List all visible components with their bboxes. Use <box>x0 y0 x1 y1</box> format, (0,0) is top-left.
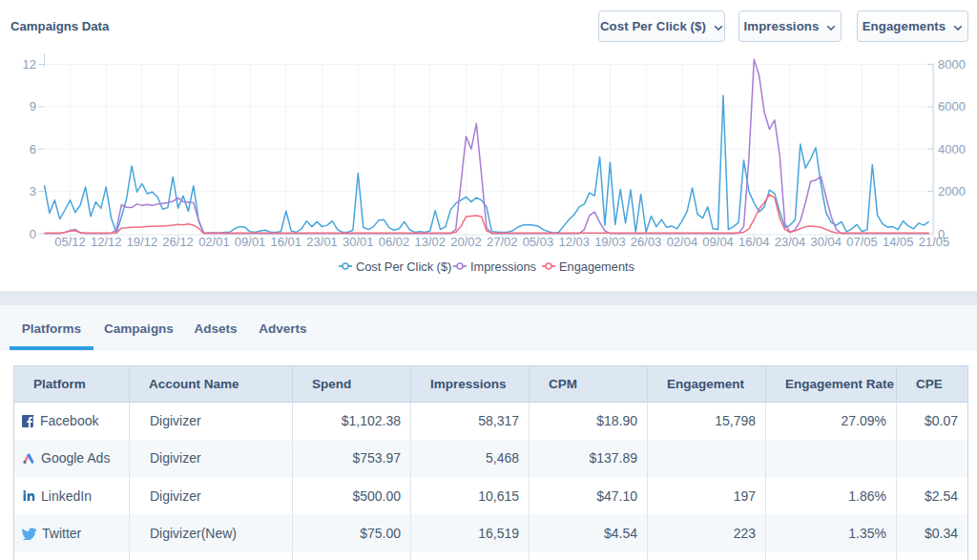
svg-text:4000: 4000 <box>938 142 966 156</box>
svg-text:8000: 8000 <box>938 57 966 72</box>
svg-text:6: 6 <box>30 142 36 156</box>
svg-text:3: 3 <box>30 184 36 198</box>
svg-text:09/01: 09/01 <box>235 235 266 249</box>
svg-text:20/02: 20/02 <box>450 235 482 249</box>
svg-text:02/01: 02/01 <box>198 235 230 249</box>
svg-text:16/04: 16/04 <box>738 235 770 249</box>
svg-text:26/03: 26/03 <box>631 235 662 249</box>
svg-text:12/12: 12/12 <box>91 235 122 249</box>
svg-text:23/04: 23/04 <box>775 235 806 249</box>
svg-text:13/02: 13/02 <box>415 235 447 249</box>
svg-text:30/01: 30/01 <box>343 235 374 249</box>
svg-text:12/03: 12/03 <box>558 235 590 249</box>
svg-text:Engagements: Engagements <box>559 259 634 274</box>
svg-text:19/03: 19/03 <box>594 235 626 249</box>
svg-text:06/02: 06/02 <box>379 235 410 249</box>
svg-text:23/01: 23/01 <box>306 235 338 249</box>
svg-text:2000: 2000 <box>938 184 966 198</box>
svg-text:0: 0 <box>30 227 36 241</box>
svg-text:Cost Per Click ($): Cost Per Click ($) <box>356 259 451 274</box>
svg-text:09/04: 09/04 <box>702 235 734 249</box>
svg-text:21/05: 21/05 <box>919 235 950 249</box>
svg-text:12: 12 <box>23 57 36 72</box>
svg-text:19/12: 19/12 <box>127 235 158 249</box>
svg-text:9: 9 <box>30 99 36 114</box>
svg-text:05/12: 05/12 <box>54 235 86 249</box>
svg-text:6000: 6000 <box>938 99 966 114</box>
svg-text:14/05: 14/05 <box>883 235 914 249</box>
svg-text:02/04: 02/04 <box>667 235 698 249</box>
svg-text:07/05: 07/05 <box>846 235 878 249</box>
svg-text:27/02: 27/02 <box>487 235 518 249</box>
svg-text:05/03: 05/03 <box>523 235 554 249</box>
svg-text:30/04: 30/04 <box>811 235 842 249</box>
svg-text:Impressions: Impressions <box>470 259 536 274</box>
svg-text:26/12: 26/12 <box>162 235 194 249</box>
svg-text:16/01: 16/01 <box>271 235 302 249</box>
